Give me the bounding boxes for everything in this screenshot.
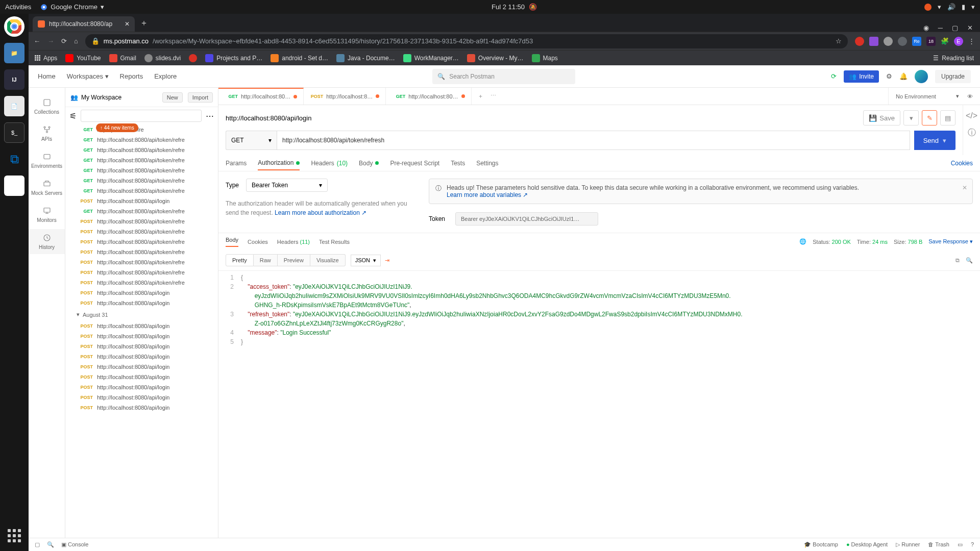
history-item[interactable]: POSThttp://localhost:8080/api/login <box>65 403 218 413</box>
runner-link[interactable]: ▷ Runner <box>896 541 920 548</box>
tab-menu-icon[interactable]: ⋯ <box>491 92 496 100</box>
avatar[interactable] <box>915 70 928 83</box>
workspace-name[interactable]: 👥 My Workspace <box>70 94 157 101</box>
sync-icon[interactable]: ⟳ <box>831 72 837 80</box>
console-button[interactable]: ▣ Console <box>61 541 88 548</box>
maximize-icon[interactable]: ▢ <box>952 24 958 32</box>
star-icon[interactable]: ☆ <box>836 37 842 45</box>
nav-environments[interactable]: Environments <box>29 148 65 173</box>
close-alert-icon[interactable]: ✕ <box>962 184 967 191</box>
view-preview[interactable]: Preview <box>278 254 310 266</box>
response-body[interactable]: 12345 { "access_token": "eyJ0eXAiOiJKV1Q… <box>218 271 980 538</box>
sidebar-toggle-icon[interactable]: ▢ <box>35 541 40 548</box>
trash-link[interactable]: 🗑 Trash <box>928 541 949 548</box>
ext-icon-5[interactable]: Re <box>912 37 921 46</box>
wrap-icon[interactable]: ⇥ <box>385 257 389 264</box>
dock-terminal[interactable]: $_ <box>4 122 24 143</box>
history-item[interactable]: POSThttp://localhost:8080/api/login <box>65 352 218 362</box>
chrome-menu-icon[interactable]: ⋮ <box>968 37 975 45</box>
bookmark-maps[interactable]: Maps <box>532 54 558 62</box>
cookies-link[interactable]: Cookies <box>951 160 973 167</box>
dock-intellij[interactable]: IJ <box>4 69 24 90</box>
lock-icon[interactable]: 🔒 <box>91 37 100 45</box>
dock-chrome[interactable] <box>4 16 24 37</box>
env-eye-icon[interactable]: 👁 <box>967 93 973 99</box>
subtab-body[interactable]: Body <box>359 157 379 170</box>
close-tab-icon[interactable]: ✕ <box>125 20 130 28</box>
app-menu[interactable]: Google Chrome ▾ <box>40 3 104 11</box>
edit-icon[interactable]: ✎ <box>922 110 937 126</box>
history-item[interactable]: POSThttp://localhost:8080/api/login <box>65 298 218 308</box>
history-item[interactable]: GEThttp://localhost:8080/api/token/refre <box>65 186 218 196</box>
nav-history[interactable]: History <box>29 229 65 254</box>
nav-mock[interactable]: Mock Servers <box>29 175 65 200</box>
history-item[interactable]: POSThttp://localhost:8080/api/token/refr… <box>65 278 218 288</box>
environment-selector[interactable]: No Environment ▾ 👁 <box>888 88 980 105</box>
subtab-tests[interactable]: Tests <box>451 157 465 170</box>
history-item[interactable]: POSThttp://localhost:8080/api/token/refr… <box>65 257 218 267</box>
new-tab-icon[interactable]: ＋ <box>478 92 483 100</box>
network-icon[interactable]: ▾ <box>938 3 941 11</box>
new-tab-button[interactable]: ＋ <box>137 15 151 32</box>
nav-workspaces[interactable]: Workspaces ▾ <box>67 72 109 80</box>
info-icon[interactable]: ⓘ <box>968 128 976 138</box>
bookmark-android[interactable]: android - Set d… <box>271 54 328 62</box>
request-tab-2[interactable]: POST http://localhost:8… <box>304 88 386 105</box>
nav-collections[interactable]: Collections <box>29 94 65 119</box>
auth-type-select[interactable]: Bearer Token ▾ <box>246 179 328 192</box>
history-item[interactable]: GEThttp://localhost:8080/api/token/refre <box>65 135 218 145</box>
back-icon[interactable]: ← <box>34 37 40 45</box>
view-visualize[interactable]: Visualize <box>310 254 346 266</box>
history-item[interactable]: POSThttp://localhost:8080/api/login <box>65 382 218 392</box>
history-item[interactable]: POSThttp://localhost:8080/api/login <box>65 196 218 206</box>
help-icon[interactable]: ? <box>971 541 974 548</box>
search-response-icon[interactable]: 🔍 <box>966 257 973 264</box>
subtab-settings[interactable]: Settings <box>476 157 498 170</box>
save-response-button[interactable]: Save Response ▾ <box>928 238 973 245</box>
invite-button[interactable]: 👥 Invite <box>844 70 879 83</box>
learn-auth-link[interactable]: Learn more about authorization ↗ <box>275 209 366 216</box>
filter-icon[interactable]: ⚟ <box>69 111 77 121</box>
history-item[interactable]: POSThttp://localhost:8080/api/token/refr… <box>65 267 218 278</box>
apps-shortcut[interactable]: Apps <box>35 55 57 62</box>
request-tab-3[interactable]: GET http://localhost:80… <box>386 88 471 105</box>
ext-icon-3[interactable] <box>884 37 893 46</box>
subtab-params[interactable]: Params <box>226 157 247 170</box>
sidebar-more-icon[interactable]: ⋯ <box>206 111 214 121</box>
history-item[interactable]: POSThttp://localhost:8080/api/login <box>65 341 218 352</box>
upgrade-button[interactable]: Upgrade <box>935 70 971 83</box>
resp-tab-headers[interactable]: Headers (11) <box>277 239 310 245</box>
close-window-icon[interactable]: ✕ <box>967 24 973 32</box>
resp-tab-tests[interactable]: Test Results <box>319 239 350 245</box>
find-icon[interactable]: 🔍 <box>47 541 54 548</box>
bookmark-blank[interactable] <box>189 54 197 62</box>
reload-icon[interactable]: ⟳ <box>61 37 67 45</box>
history-list[interactable]: GEThttp api/token/refreGEThttp://localho… <box>65 124 218 538</box>
comment-icon[interactable]: ▤ <box>940 110 955 126</box>
subtab-headers[interactable]: Headers (10) <box>311 157 348 170</box>
view-raw[interactable]: Raw <box>254 254 278 266</box>
history-item[interactable]: POSThttp://localhost:8080/api/login <box>65 288 218 298</box>
ext-icon-6[interactable]: 18 <box>926 37 936 46</box>
bookmark-workmanager[interactable]: WorkManager… <box>403 54 459 62</box>
view-pretty[interactable]: Pretty <box>226 254 254 266</box>
history-date-header[interactable]: ▾ August 31 <box>65 308 218 321</box>
notifications-icon[interactable]: 🔔 <box>899 72 908 80</box>
history-item[interactable]: POSThttp://localhost:8080/api/token/refr… <box>65 237 218 247</box>
save-dropdown[interactable]: ▾ <box>903 110 919 126</box>
resp-tab-body[interactable]: Body <box>226 237 238 247</box>
new-button[interactable]: New <box>162 92 183 103</box>
search-input[interactable]: 🔍 Search Postman <box>432 69 575 84</box>
ext-icon-1[interactable] <box>855 37 864 46</box>
status-icon[interactable] <box>924 4 932 11</box>
subtab-prerequest[interactable]: Pre-request Script <box>390 157 439 170</box>
bootcamp-link[interactable]: 🎓 Bootcamp <box>804 541 838 548</box>
dock-vscode[interactable]: ⧉ <box>4 149 24 169</box>
profile-icon[interactable]: E <box>954 37 963 46</box>
power-icon[interactable]: ▾ <box>971 3 975 11</box>
chrome-tab-postman[interactable]: http://localhost:8080/ap ✕ <box>33 16 135 32</box>
history-item[interactable]: POSThttp://localhost:8080/api/login <box>65 372 218 382</box>
bookmark-java[interactable]: Java - Docume… <box>336 54 395 62</box>
bookmark-overview[interactable]: Overview - My… <box>467 54 524 62</box>
send-button[interactable]: Send ▾ <box>914 131 955 150</box>
